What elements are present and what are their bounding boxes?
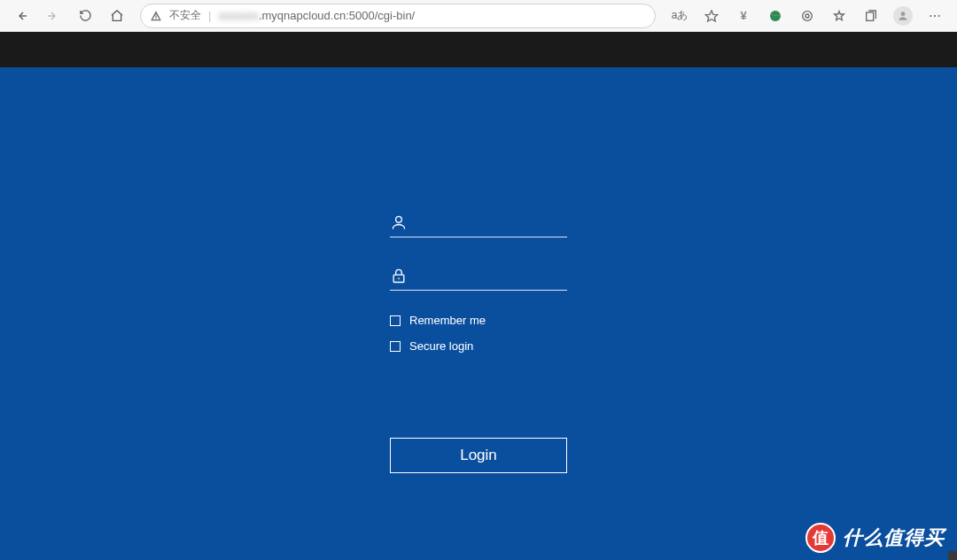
svg-marker-6	[835, 11, 844, 19]
lock-icon	[390, 267, 408, 284]
extension-globe-button[interactable]	[760, 4, 790, 28]
page-header-strip	[0, 32, 957, 67]
address-url-visible: .myqnapcloud.cn:5000/cgi-bin/	[259, 9, 415, 22]
globe-icon	[768, 9, 782, 23]
user-icon	[390, 214, 408, 231]
username-field[interactable]	[390, 207, 567, 237]
nav-back-button[interactable]	[7, 4, 35, 28]
more-button[interactable]	[920, 4, 950, 28]
secure-login-label: Secure login	[409, 339, 473, 353]
reading-mode-button[interactable]: aあ	[665, 4, 695, 28]
username-input[interactable]	[416, 215, 572, 229]
nav-forward-button[interactable]	[39, 4, 67, 28]
svg-marker-2	[705, 11, 717, 21]
svg-point-3	[770, 11, 781, 21]
reading-mode-icon: aあ	[672, 8, 689, 23]
svg-point-12	[396, 216, 402, 222]
login-form: Remember me Secure login Login	[390, 207, 567, 473]
remember-me-checkbox[interactable]: Remember me	[390, 314, 567, 327]
svg-point-10	[934, 14, 936, 16]
collections-button[interactable]	[856, 4, 886, 28]
home-icon	[110, 9, 124, 23]
svg-point-5	[805, 14, 809, 18]
checkbox-icon	[390, 341, 401, 352]
page-viewport: Remember me Secure login Login 值 什么值得买	[0, 32, 957, 560]
svg-point-4	[803, 11, 813, 20]
profile-button[interactable]	[888, 4, 918, 28]
nav-refresh-button[interactable]	[71, 4, 99, 28]
yen-icon: ¥	[740, 9, 746, 22]
address-url: xxxxxxx.myqnapcloud.cn:5000/cgi-bin/	[218, 9, 415, 22]
login-page: Remember me Secure login Login 值 什么值得买	[0, 67, 957, 560]
address-url-blurred: xxxxxxx	[218, 9, 259, 22]
watermark-text: 什么值得买	[843, 525, 945, 551]
watermark: 值 什么值得买	[805, 523, 945, 553]
svg-point-11	[938, 14, 940, 16]
nav-home-button[interactable]	[103, 4, 131, 28]
collections-icon	[864, 9, 878, 23]
insecure-label: 不安全	[169, 8, 201, 23]
svg-point-9	[930, 14, 931, 16]
svg-point-8	[901, 12, 906, 16]
arrow-left-icon	[14, 9, 28, 23]
refresh-icon	[79, 9, 92, 22]
arrow-right-icon	[46, 9, 60, 23]
avatar-icon	[893, 6, 913, 26]
resize-handle-icon	[948, 551, 957, 560]
watermark-badge-icon: 值	[805, 523, 836, 553]
password-input[interactable]	[416, 268, 572, 283]
toolbar-right-group: aあ ¥	[665, 4, 950, 28]
svg-rect-7	[867, 12, 874, 20]
checkbox-icon	[390, 315, 401, 326]
favorites-bar-button[interactable]	[824, 4, 854, 28]
secure-login-checkbox[interactable]: Secure login	[390, 339, 567, 353]
star-add-icon	[704, 9, 719, 23]
insecure-warning-icon	[150, 10, 162, 22]
browser-toolbar: 不安全 | xxxxxxx.myqnapcloud.cn:5000/cgi-bi…	[0, 0, 957, 32]
address-separator: |	[208, 9, 211, 22]
login-button[interactable]: Login	[390, 438, 567, 473]
extensions-button[interactable]	[792, 4, 822, 28]
favorite-button[interactable]	[696, 4, 727, 28]
puzzle-icon	[800, 9, 814, 23]
extension-yen-button[interactable]: ¥	[728, 4, 759, 28]
star-plus-icon	[832, 9, 846, 23]
address-bar[interactable]: 不安全 | xxxxxxx.myqnapcloud.cn:5000/cgi-bi…	[140, 4, 656, 28]
remember-me-label: Remember me	[409, 314, 486, 327]
password-field[interactable]	[390, 261, 567, 291]
more-horizontal-icon	[928, 9, 942, 23]
